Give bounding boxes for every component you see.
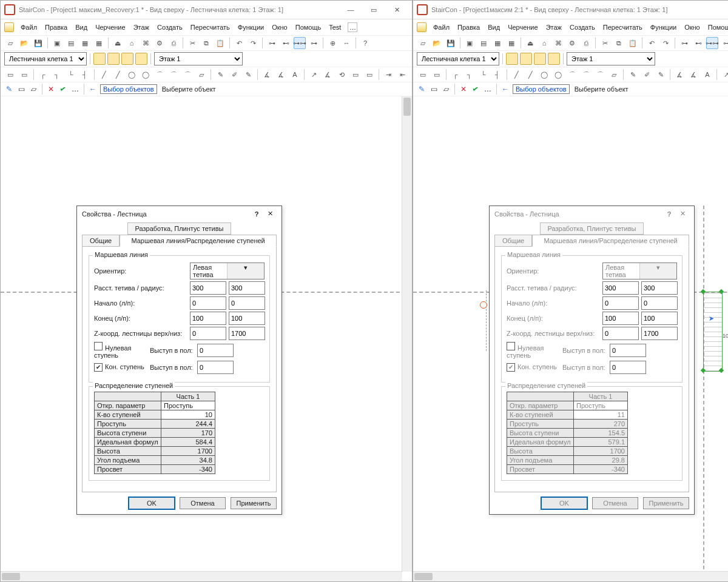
gear-icon[interactable]: ⚙ (566, 37, 578, 49)
titlebar[interactable]: StairCon - [Project1 максим_Recovery:1 *… (1, 1, 412, 19)
final-step-checkbox[interactable]: ✔ (507, 363, 515, 372)
save-icon[interactable]: 💾 (445, 37, 457, 49)
menu-func[interactable]: Функции (234, 22, 268, 33)
undo-icon[interactable]: ↶ (645, 37, 658, 49)
titlebar[interactable]: StairCon - [Project1максим 2:1 * - Вид с… (413, 1, 728, 19)
paste-icon[interactable]: 📋 (214, 37, 226, 49)
x1-icon[interactable]: ↗ (308, 69, 320, 81)
menu-recalc[interactable]: Пересчитать (187, 22, 234, 33)
orient-combo[interactable]: Левая тетива▾ (190, 263, 265, 279)
menu-view[interactable]: Вид (72, 22, 91, 33)
count-cell[interactable]: 11 (574, 410, 628, 420)
z-a-input[interactable] (602, 327, 639, 340)
tool-c-icon[interactable]: ⌘ (552, 37, 564, 49)
open-cell[interactable]: Проступь (574, 401, 628, 410)
menu-help[interactable]: Помощь (704, 22, 728, 33)
arc2-icon[interactable]: ⌒ (167, 69, 180, 81)
start-b-input[interactable] (229, 296, 265, 310)
tool-a-icon[interactable]: ⏏ (524, 37, 536, 49)
maximize-button[interactable]: ▭ (362, 3, 385, 16)
stair-sketch[interactable] (703, 292, 723, 372)
ellipse-icon[interactable]: ◯ (552, 69, 564, 81)
x6-icon[interactable]: ⇥ (382, 69, 394, 81)
view1-icon[interactable]: ▣ (463, 37, 476, 49)
prot2-input[interactable] (610, 361, 646, 374)
link1-icon[interactable]: ⊶ (266, 37, 278, 49)
tab-marsh[interactable]: Маршевая линия/Распределение ступеней (120, 235, 277, 247)
link4-icon[interactable]: ⊶ (308, 37, 320, 49)
circle-icon[interactable]: ◯ (538, 69, 550, 81)
d1-icon[interactable]: ▭ (417, 69, 429, 81)
open-cell[interactable]: Проступь (161, 401, 215, 410)
canvas[interactable]: Свойства - Лестница ? ✕ Разработка, Плин… (1, 96, 412, 581)
link4-icon[interactable]: ⊶ (720, 37, 728, 49)
floor-select[interactable]: Этаж 1 (567, 52, 655, 65)
dist-b-input[interactable] (641, 281, 678, 295)
end-b-input[interactable] (641, 312, 678, 325)
scrollbar-v[interactable] (402, 96, 412, 572)
z-a-input[interactable] (190, 327, 226, 340)
line-icon[interactable]: ╱ (98, 69, 110, 81)
yel-tool-2[interactable] (107, 53, 120, 65)
menu-recalc[interactable]: Пересчитать (599, 22, 646, 33)
start-a-input[interactable] (190, 296, 226, 310)
view2-icon[interactable]: ▤ (477, 37, 490, 49)
x7-icon[interactable]: ⇤ (396, 69, 408, 81)
edit3-icon[interactable]: ✎ (242, 69, 254, 81)
cmd-more-icon[interactable]: … (70, 84, 80, 94)
z-b-input[interactable] (229, 327, 265, 340)
x5-icon[interactable]: ▭ (363, 69, 376, 81)
menu-draw[interactable]: Черчение (504, 22, 542, 33)
open-icon[interactable]: 📂 (18, 37, 30, 49)
x2-icon[interactable]: ∡ (322, 69, 334, 81)
cmd-back-icon[interactable]: ← (500, 84, 510, 94)
d6-icon[interactable]: ┤ (79, 69, 91, 81)
menu-view[interactable]: Вид (484, 22, 504, 33)
cancel-button[interactable]: Отмена (180, 497, 226, 509)
menu-floor[interactable]: Этаж (130, 22, 153, 33)
cut-icon[interactable]: ✂ (186, 37, 198, 49)
x1-icon[interactable]: ↗ (720, 69, 728, 81)
ok-button[interactable]: OK (129, 497, 175, 509)
cmd-box2-icon[interactable]: ▱ (441, 84, 451, 94)
menu-test[interactable]: Test (325, 22, 345, 33)
cut-icon[interactable]: ✂ (599, 37, 611, 49)
x4-icon[interactable]: ▭ (349, 69, 362, 81)
cmd-box2-icon[interactable]: ▱ (29, 84, 38, 94)
poly-icon[interactable]: ▱ (608, 69, 620, 81)
m2-icon[interactable]: ∡ (687, 69, 699, 81)
menu-draw[interactable]: Черчение (92, 22, 129, 33)
orient-combo[interactable]: Левая тетива▾ (602, 263, 677, 279)
m1-icon[interactable]: ∡ (673, 69, 686, 81)
menu-file[interactable]: Файл (430, 22, 453, 33)
menu-floor[interactable]: Этаж (542, 22, 565, 33)
prot1-input[interactable] (610, 344, 646, 357)
x3-icon[interactable]: ⟲ (335, 69, 348, 81)
scrollbar-h[interactable] (413, 571, 728, 581)
poly-icon[interactable]: ▱ (195, 69, 207, 81)
menu-overflow[interactable]: … (348, 22, 357, 32)
menu-edit[interactable]: Правка (41, 22, 71, 33)
ellipse-icon[interactable]: ◯ (140, 69, 152, 81)
prot2-input[interactable] (197, 361, 234, 374)
end-b-input[interactable] (229, 312, 265, 325)
link3-icon[interactable]: ⊶⊶ (294, 37, 306, 49)
d2-icon[interactable]: ▭ (431, 69, 443, 81)
start-a-input[interactable] (602, 296, 639, 310)
cmd-back-icon[interactable]: ← (88, 84, 98, 94)
apply-button[interactable]: Применить (643, 497, 689, 509)
save-icon[interactable]: 💾 (32, 37, 44, 49)
print-icon[interactable]: ⎙ (167, 37, 180, 49)
tool-a-icon[interactable]: ⏏ (112, 37, 124, 49)
target-icon[interactable]: ⊕ (326, 37, 339, 49)
link1-icon[interactable]: ⊶ (678, 37, 690, 49)
new-icon[interactable]: ▱ (417, 37, 429, 49)
circle-icon[interactable]: ◯ (126, 69, 138, 81)
redo-icon[interactable]: ↷ (247, 37, 259, 49)
zero-step-checkbox[interactable] (507, 342, 515, 350)
menu-file[interactable]: Файл (17, 22, 41, 33)
cmd-box-icon[interactable]: ▭ (429, 84, 439, 94)
d3-icon[interactable]: ┌ (450, 69, 462, 81)
tab-marsh[interactable]: Маршевая линия/Распределение ступеней (532, 235, 689, 247)
menu-edit[interactable]: Правка (454, 22, 484, 33)
